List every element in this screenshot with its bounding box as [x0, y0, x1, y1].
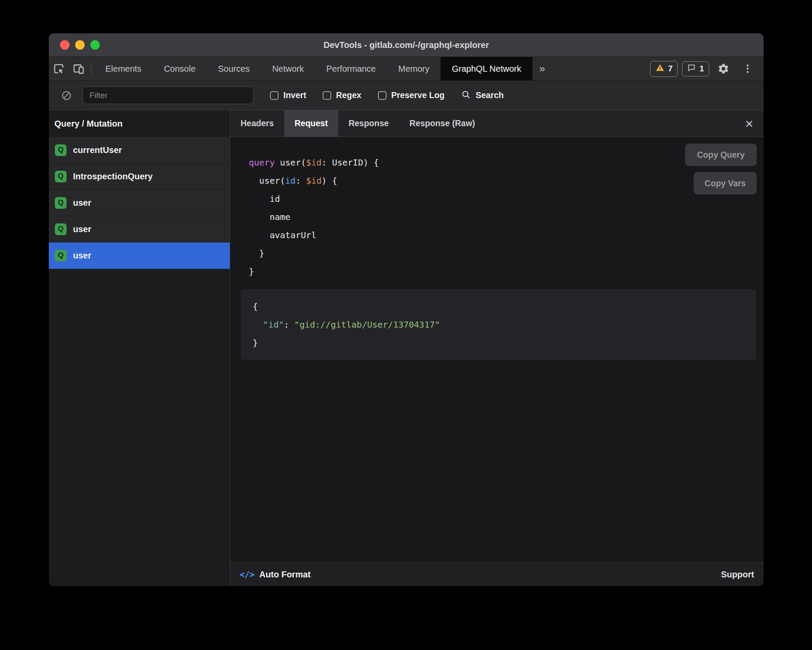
code-line: }	[249, 244, 764, 262]
sidebar-item-label: user	[73, 198, 91, 208]
request-variables-box: { "id": "gid://gitlab/User/13704317"}	[241, 289, 756, 360]
sidebar-item-1-introspectionquery[interactable]: QIntrospectionQuery	[49, 163, 230, 190]
warnings-badge[interactable]: 7	[650, 61, 678, 77]
checkbox-group-preserve-log[interactable]: Preserve Log	[378, 90, 445, 100]
code-token-plain: : UserID) {	[322, 157, 379, 168]
sidebar-item-3-user[interactable]: Quser	[49, 216, 230, 242]
detail-tab-headers[interactable]: Headers	[230, 110, 284, 137]
code-token-plain	[253, 319, 263, 330]
search-control[interactable]: Search	[461, 89, 504, 102]
sidebar-item-0-currentuser[interactable]: QcurrentUser	[49, 137, 230, 163]
checkbox-invert[interactable]	[270, 91, 279, 100]
close-window-button[interactable]	[60, 40, 70, 50]
tab-memory[interactable]: Memory	[387, 57, 441, 80]
copy-vars-button[interactable]: Copy Vars	[694, 172, 757, 194]
detail-panel: HeadersRequestResponseResponse (Raw) × q…	[230, 110, 764, 586]
filter-input[interactable]	[82, 86, 254, 104]
sidebar-item-label: currentUser	[73, 145, 122, 155]
more-tabs-button[interactable]: »	[533, 57, 552, 80]
copy-query-button[interactable]: Copy Query	[685, 143, 757, 166]
checkbox-regex[interactable]	[323, 91, 331, 100]
detail-tab-request[interactable]: Request	[284, 110, 338, 137]
sidebar: Query / Mutation QcurrentUserQIntrospect…	[49, 110, 230, 586]
detail-tab-response[interactable]: Response	[338, 110, 399, 137]
auto-format-button[interactable]: </> Auto Format	[240, 570, 311, 580]
support-link[interactable]: Support	[721, 570, 754, 580]
code-token-var: $id	[306, 157, 321, 168]
code-line: avatarUrl	[249, 226, 764, 244]
checkbox-label-regex: Regex	[336, 90, 362, 100]
code-line: id	[249, 190, 764, 208]
settings-gear-icon[interactable]	[714, 63, 733, 75]
inspect-element-icon[interactable]	[49, 57, 69, 80]
tab-network[interactable]: Network	[261, 57, 315, 80]
sidebar-item-4-user[interactable]: Quser	[49, 242, 230, 269]
warning-count: 7	[668, 64, 673, 73]
close-panel-button[interactable]: ×	[745, 117, 753, 131]
code-token-key: "id"	[263, 319, 284, 330]
panel-footer: </> Auto Format Support	[230, 562, 764, 586]
sidebar-item-2-user[interactable]: Quser	[49, 190, 230, 216]
query-type-badge: Q	[55, 144, 67, 156]
code-token-plain: :	[295, 175, 306, 186]
request-query-code: query user($id: UserID) { user(id: $id) …	[249, 153, 764, 280]
checkbox-group-regex[interactable]: Regex	[323, 90, 362, 100]
kebab-menu-icon[interactable]	[738, 63, 758, 74]
message-count: 1	[699, 64, 704, 73]
code-line: }	[253, 334, 744, 352]
request-content: query user($id: UserID) { user(id: $id) …	[230, 137, 764, 562]
code-token-plain: avatarUrl	[249, 230, 317, 240]
query-type-badge: Q	[55, 250, 67, 261]
code-token-plain: }	[249, 248, 264, 258]
checkbox-preserve-log[interactable]	[378, 91, 387, 100]
code-token-plain: }	[253, 338, 258, 348]
code-line: {	[253, 297, 744, 315]
detail-tabbar: HeadersRequestResponseResponse (Raw) ×	[230, 110, 764, 137]
code-line: }	[249, 262, 764, 280]
checkbox-label-invert: Invert	[283, 90, 306, 100]
tab-graphql-network[interactable]: GraphQL Network	[441, 57, 532, 80]
devtools-window: DevTools - gitlab.com/-/graphql-explorer…	[49, 33, 764, 586]
messages-badge[interactable]: 1	[682, 61, 709, 76]
tab-console[interactable]: Console	[152, 57, 206, 80]
code-token-str: "gid://gitlab/User/13704317"	[294, 319, 440, 330]
code-token-var: $id	[306, 175, 321, 186]
device-toolbar-icon[interactable]	[69, 57, 89, 80]
code-token-plain: :	[284, 319, 294, 330]
code-line: "id": "gid://gitlab/User/13704317"	[253, 315, 744, 334]
filter-toolbar: InvertRegexPreserve Log Search	[49, 81, 764, 110]
code-token-plain: {	[253, 301, 258, 312]
query-type-badge: Q	[55, 197, 67, 209]
code-brackets-icon: </>	[240, 570, 254, 579]
minimize-window-button[interactable]	[75, 40, 85, 50]
zoom-window-button[interactable]	[90, 40, 100, 50]
tab-sources[interactable]: Sources	[207, 57, 261, 80]
tabbar-right-controls: 7 1	[650, 57, 764, 80]
search-label: Search	[476, 90, 504, 100]
search-icon	[461, 89, 471, 102]
sidebar-item-label: user	[73, 251, 91, 261]
clear-block-icon[interactable]	[57, 90, 76, 101]
query-type-badge: Q	[55, 171, 67, 182]
detail-tab-response-raw[interactable]: Response (Raw)	[399, 110, 485, 137]
sidebar-header: Query / Mutation	[49, 110, 230, 137]
code-line: name	[249, 208, 764, 226]
window-title: DevTools - gitlab.com/-/graphql-explorer	[324, 40, 489, 50]
traffic-lights	[60, 33, 100, 57]
code-token-plain: user(	[249, 175, 285, 186]
sidebar-item-label: IntrospectionQuery	[73, 172, 152, 182]
sidebar-item-label: user	[73, 224, 91, 234]
devtools-tabs: ElementsConsoleSourcesNetworkPerformance…	[94, 57, 533, 80]
tab-elements[interactable]: Elements	[94, 57, 152, 80]
tab-performance[interactable]: Performance	[315, 57, 387, 80]
titlebar: DevTools - gitlab.com/-/graphql-explorer	[49, 33, 764, 57]
code-token-plain: name	[249, 212, 290, 222]
message-bubble-icon	[687, 64, 696, 74]
code-token-plain: user(	[275, 157, 306, 168]
auto-format-label: Auto Format	[259, 570, 311, 580]
request-variables-code: { "id": "gid://gitlab/User/13704317"}	[253, 297, 744, 352]
devtools-tabbar: ElementsConsoleSourcesNetworkPerformance…	[49, 57, 764, 81]
checkbox-group-invert[interactable]: Invert	[270, 90, 306, 100]
query-list: QcurrentUserQIntrospectionQueryQuserQuse…	[49, 137, 230, 269]
code-line: user(id: $id) {	[249, 172, 764, 190]
